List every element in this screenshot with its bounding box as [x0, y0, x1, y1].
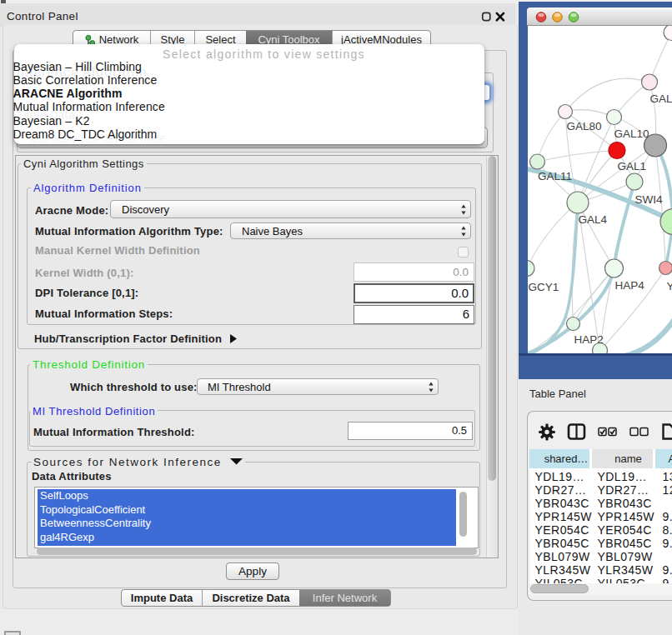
svg-text:GAL: GAL	[649, 92, 672, 105]
svg-text:GAL1: GAL1	[617, 160, 646, 172]
svg-text:GAL10: GAL10	[614, 128, 649, 140]
svg-text:GAL80: GAL80	[566, 120, 601, 132]
svg-text:GAL4: GAL4	[578, 213, 607, 226]
svg-text:SWI4: SWI4	[634, 193, 662, 206]
svg-text:Y: Y	[666, 280, 672, 292]
svg-text:GAL11: GAL11	[538, 170, 572, 182]
svg-text:HAP4: HAP4	[614, 279, 644, 292]
svg-text:GCY1: GCY1	[528, 281, 559, 293]
svg-text:HAP2: HAP2	[574, 333, 603, 346]
